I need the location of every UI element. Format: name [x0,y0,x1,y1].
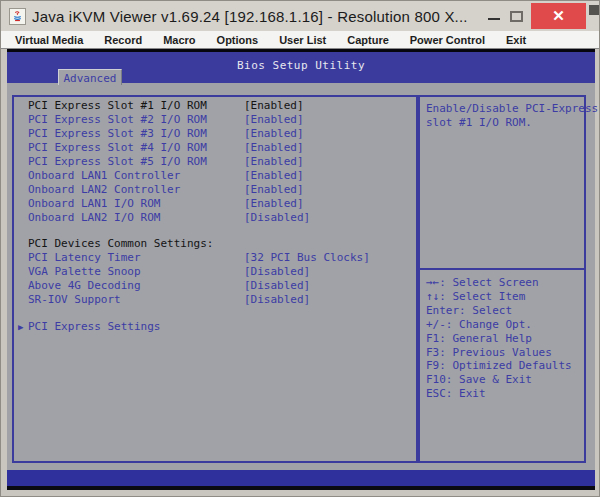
key-f10: F10: Save & Exit [426,373,572,387]
remote-screen[interactable]: Bios Setup Utility Advanced PCI Express … [7,49,595,490]
setting-label: PCI Express Slot #4 I/O ROM [28,141,207,155]
key-esc: ESC: Exit [426,387,572,401]
title-bar[interactable]: Java iKVM Viewer v1.69.24 [192.168.1.16]… [1,1,600,31]
setting-label: PCI Express Slot #2 I/O ROM [28,113,207,127]
key-select-item: ↑↓: Select Item [426,290,572,304]
settings-panel: PCI Express Slot #1 I/O ROM [Enabled] PC… [12,95,418,463]
section-header: PCI Devices Common Settings: [14,237,416,251]
setting-value: [Disabled] [244,211,310,225]
key-change-opt: +/-: Change Opt. [426,318,572,332]
menu-macro[interactable]: Macro [163,34,195,46]
close-button[interactable]: ✕ [531,3,586,29]
help-panel-divider [420,268,584,270]
setting-value: [Enabled] [244,141,304,155]
setting-value: [Enabled] [244,127,304,141]
maximize-icon [510,11,523,22]
setting-label: Onboard LAN1 I/O ROM [28,197,160,211]
setting-row[interactable]: SR-IOV Support [Disabled] [14,293,416,307]
key-select-screen: →←: Select Screen [426,276,572,290]
key-f1: F1: General Help [426,332,572,346]
screen-bottom-strip [7,486,595,490]
setting-row[interactable]: PCI Express Slot #4 I/O ROM [Enabled] [14,141,416,155]
java-app-icon [9,8,26,25]
setting-row[interactable]: Above 4G Decoding [Disabled] [14,279,416,293]
setting-row[interactable]: Onboard LAN2 I/O ROM [Disabled] [14,211,416,225]
help-text-line: slot #1 I/O ROM. [426,116,578,130]
setting-label: PCI Express Slot #1 I/O ROM [28,99,207,113]
setting-value: [Disabled] [244,293,310,307]
setting-value: [Enabled] [244,155,304,169]
setting-row[interactable]: PCI Express Slot #5 I/O ROM [Enabled] [14,155,416,169]
setting-row[interactable]: PCI Latency Timer [32 PCI Bus Clocks] [14,251,416,265]
menu-record[interactable]: Record [104,34,142,46]
window-controls: ✕ [483,1,586,31]
setting-label: Onboard LAN2 I/O ROM [28,211,160,225]
close-icon: ✕ [552,7,565,25]
setting-row[interactable]: PCI Express Slot #1 I/O ROM [Enabled] [14,99,416,113]
setting-label: VGA Palette Snoop [28,265,141,279]
key-f9: F9: Optimized Defaults [426,359,572,373]
help-text-line: Enable/Disable PCI-Express [426,102,578,116]
submenu-arrow-icon: ▶ [18,320,23,334]
help-panel: Enable/Disable PCI-Express slot #1 I/O R… [418,95,586,463]
setting-value: [Enabled] [244,183,304,197]
setting-row[interactable]: Onboard LAN1 Controller [Enabled] [14,169,416,183]
window-title: Java iKVM Viewer v1.69.24 [192.168.1.16]… [32,8,468,25]
key-f3: F3: Previous Values [426,346,572,360]
setting-label: Above 4G Decoding [28,279,141,293]
menu-virtual-media[interactable]: Virtual Media [15,34,83,46]
menu-capture[interactable]: Capture [347,34,389,46]
setting-value: [Enabled] [244,113,304,127]
submenu-label: PCI Express Settings [28,320,160,334]
section-title: PCI Devices Common Settings: [28,237,213,251]
minimize-button[interactable] [483,4,505,28]
bios-bottom-bar [7,470,595,486]
corner-widget [589,5,599,15]
key-legend: →←: Select Screen ↑↓: Select Item Enter:… [426,276,572,401]
setting-value: [Disabled] [244,265,310,279]
tab-advanced[interactable]: Advanced [58,69,122,85]
spacer [14,307,416,320]
setting-value: [Disabled] [244,279,310,293]
setting-value: [32 PCI Bus Clocks] [244,251,370,265]
menu-power-control[interactable]: Power Control [410,34,485,46]
submenu-pci-express-settings[interactable]: ▶ PCI Express Settings [14,320,416,334]
setting-row[interactable]: Onboard LAN1 I/O ROM [Enabled] [14,197,416,211]
menu-user-list[interactable]: User List [279,34,326,46]
setting-label: Onboard LAN1 Controller [28,169,180,183]
setting-value: [Enabled] [244,99,304,113]
setting-label: PCI Express Slot #5 I/O ROM [28,155,207,169]
spacer [14,225,416,237]
setting-row[interactable]: VGA Palette Snoop [Disabled] [14,265,416,279]
setting-label: PCI Latency Timer [28,251,141,265]
menu-exit[interactable]: Exit [506,34,526,46]
menu-options[interactable]: Options [217,34,259,46]
setting-label: Onboard LAN2 Controller [28,183,180,197]
setting-row[interactable]: PCI Express Slot #3 I/O ROM [Enabled] [14,127,416,141]
minimize-icon [488,18,500,20]
setting-value: [Enabled] [244,169,304,183]
setting-label: SR-IOV Support [28,293,121,307]
key-enter: Enter: Select [426,304,572,318]
setting-label: PCI Express Slot #3 I/O ROM [28,127,207,141]
setting-row[interactable]: Onboard LAN2 Controller [Enabled] [14,183,416,197]
menu-bar: Virtual Media Record Macro Options User … [1,31,600,49]
setting-value: [Enabled] [244,197,304,211]
maximize-button[interactable] [505,4,527,28]
setting-row[interactable]: PCI Express Slot #2 I/O ROM [Enabled] [14,113,416,127]
